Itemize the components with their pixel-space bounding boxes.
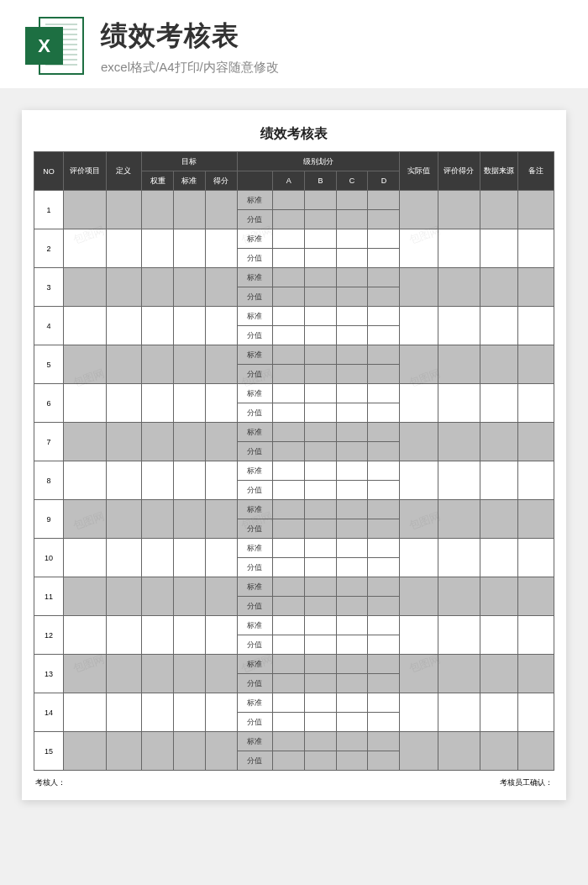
cell-remark bbox=[518, 539, 554, 577]
page-header: X 绩效考核表 excel格式/A4打印/内容随意修改 bbox=[0, 0, 588, 89]
cell-grade-a bbox=[273, 713, 305, 732]
cell-grade-b bbox=[305, 713, 337, 732]
cell-score bbox=[205, 693, 237, 732]
cell-grade-a bbox=[273, 403, 305, 423]
cell-eval-score bbox=[438, 693, 480, 732]
cell-data-source bbox=[480, 229, 517, 268]
cell-weight bbox=[142, 616, 174, 655]
col-remark: 备注 bbox=[518, 152, 554, 191]
cell-standard bbox=[174, 616, 206, 655]
cell-grade-a bbox=[273, 655, 305, 674]
cell-grade-a bbox=[273, 577, 305, 597]
cell-definition bbox=[106, 655, 142, 693]
cell-grade-a bbox=[273, 481, 305, 500]
cell-grade-b bbox=[305, 442, 337, 461]
cell-score bbox=[205, 307, 237, 345]
cell-weight bbox=[142, 345, 174, 384]
cell-weight bbox=[142, 423, 174, 461]
col-grade-b: B bbox=[305, 171, 337, 191]
cell-grade-type: 分值 bbox=[237, 442, 273, 461]
cell-grade-b bbox=[305, 249, 337, 268]
cell-grade-d bbox=[368, 345, 400, 365]
table-row: 5标准 bbox=[34, 345, 554, 365]
cell-eval-item bbox=[64, 655, 106, 693]
cell-grade-b bbox=[305, 268, 337, 287]
cell-eval-item bbox=[64, 229, 106, 268]
col-eval-item: 评价项目 bbox=[64, 152, 106, 191]
cell-eval-score bbox=[438, 307, 480, 345]
cell-remark bbox=[518, 345, 554, 384]
cell-grade-a bbox=[273, 249, 305, 268]
cell-grade-c bbox=[336, 287, 368, 307]
cell-grade-c bbox=[336, 693, 368, 713]
cell-grade-c bbox=[336, 577, 368, 597]
cell-eval-item bbox=[64, 616, 106, 655]
cell-grade-type: 标准 bbox=[237, 655, 273, 674]
table-row: 7标准 bbox=[34, 423, 554, 442]
cell-grade-d bbox=[368, 403, 400, 423]
table-row: 6标准 bbox=[34, 384, 554, 403]
col-grade-group: 级别划分 bbox=[237, 152, 400, 171]
cell-grade-d bbox=[368, 713, 400, 732]
cell-actual bbox=[400, 384, 438, 423]
row-number: 4 bbox=[34, 307, 64, 345]
cell-actual bbox=[400, 616, 438, 655]
cell-grade-b bbox=[305, 500, 337, 519]
row-number: 1 bbox=[34, 191, 64, 229]
cell-grade-d bbox=[368, 365, 400, 384]
sheet: 绩效考核表 NO bbox=[22, 110, 566, 800]
row-number: 6 bbox=[34, 384, 64, 423]
cell-grade-a bbox=[273, 635, 305, 655]
col-standard: 标准 bbox=[174, 171, 206, 191]
cell-grade-a bbox=[273, 558, 305, 577]
table-row: 15标准 bbox=[34, 732, 554, 751]
cell-grade-c bbox=[336, 539, 368, 558]
cell-grade-c bbox=[336, 519, 368, 539]
cell-grade-type: 标准 bbox=[237, 229, 273, 249]
footer-left: 考核人： bbox=[34, 772, 294, 788]
cell-grade-type: 分值 bbox=[237, 597, 273, 616]
table-row: 11标准 bbox=[34, 577, 554, 597]
cell-grade-b bbox=[305, 655, 337, 674]
cell-weight bbox=[142, 693, 174, 732]
table-row: 9标准 bbox=[34, 500, 554, 519]
cell-grade-d bbox=[368, 539, 400, 558]
cell-remark bbox=[518, 307, 554, 345]
cell-grade-d bbox=[368, 326, 400, 345]
cell-eval-item bbox=[64, 693, 106, 732]
cell-score bbox=[205, 423, 237, 461]
cell-data-source bbox=[480, 345, 517, 384]
cell-grade-c bbox=[336, 597, 368, 616]
cell-weight bbox=[142, 384, 174, 423]
row-number: 10 bbox=[34, 539, 64, 577]
cell-grade-c bbox=[336, 713, 368, 732]
col-score: 得分 bbox=[205, 171, 237, 191]
cell-grade-type: 分值 bbox=[237, 481, 273, 500]
cell-standard bbox=[174, 384, 206, 423]
cell-grade-c bbox=[336, 191, 368, 210]
cell-eval-score bbox=[438, 191, 480, 229]
performance-table: NO 评价项目 定义 目标 级别划分 实际值 评价得分 数据来源 备注 权重 标… bbox=[34, 151, 554, 771]
col-grade-a: A bbox=[273, 171, 305, 191]
cell-eval-score bbox=[438, 229, 480, 268]
cell-eval-score bbox=[438, 655, 480, 693]
cell-grade-b bbox=[305, 751, 337, 771]
cell-grade-d bbox=[368, 674, 400, 693]
cell-grade-d bbox=[368, 597, 400, 616]
cell-grade-type: 分值 bbox=[237, 558, 273, 577]
cell-eval-item bbox=[64, 539, 106, 577]
col-grade-label bbox=[237, 171, 273, 191]
table-row: 3标准 bbox=[34, 268, 554, 287]
table-row: 12标准 bbox=[34, 616, 554, 635]
cell-grade-c bbox=[336, 365, 368, 384]
sheet-title: 绩效考核表 bbox=[34, 125, 554, 143]
cell-grade-b bbox=[305, 558, 337, 577]
cell-grade-type: 标准 bbox=[237, 345, 273, 365]
cell-grade-type: 分值 bbox=[237, 519, 273, 539]
cell-score bbox=[205, 384, 237, 423]
cell-grade-c bbox=[336, 423, 368, 442]
cell-grade-b bbox=[305, 461, 337, 481]
cell-grade-c bbox=[336, 500, 368, 519]
cell-remark bbox=[518, 384, 554, 423]
cell-eval-score bbox=[438, 732, 480, 771]
